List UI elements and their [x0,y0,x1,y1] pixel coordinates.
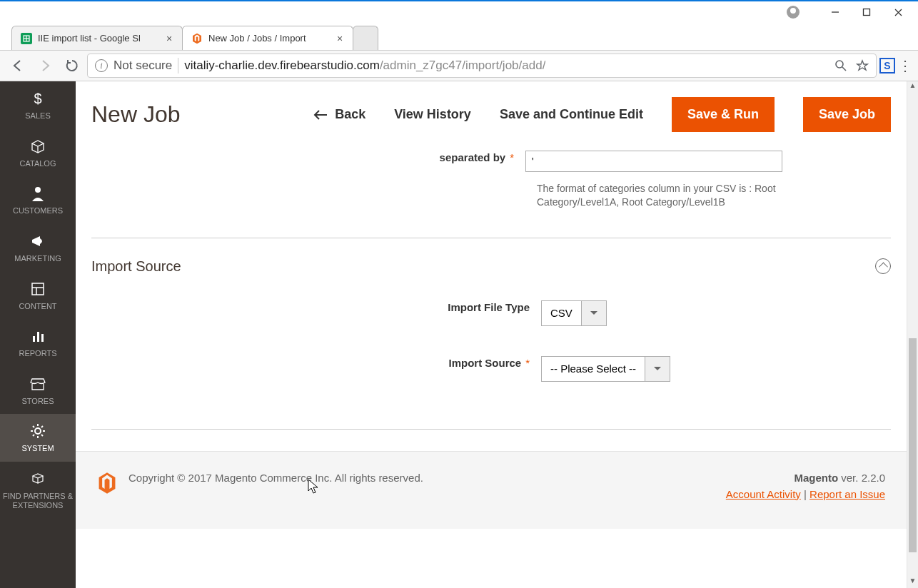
window-maximize-button[interactable] [851,1,882,23]
sidebar-item-partners[interactable]: FIND PARTNERS & EXTENSIONS [0,462,76,518]
report-issue-link[interactable]: Report an Issue [809,488,885,500]
blocks-icon [30,470,46,487]
dollar-icon: $ [34,90,41,107]
scroll-up-arrow-icon[interactable]: ▲ [907,81,918,93]
sidebar-item-reports[interactable]: REPORTS [0,319,76,367]
window-minimize-button[interactable] [819,1,851,23]
view-history-button[interactable]: View History [394,107,471,122]
scroll-down-arrow-icon[interactable]: ▼ [907,577,918,588]
import-source-select[interactable]: -- Please Select -- [541,356,670,382]
sidebar-item-catalog[interactable]: CATALOG [0,129,76,177]
separated-by-input[interactable] [525,151,782,172]
bar-chart-icon [31,328,45,345]
tab-close-button[interactable]: × [334,33,345,44]
browser-address-bar[interactable]: i Not secure vitaliy-charlie.dev.firebea… [87,54,877,78]
section-title: Import Source [91,258,891,275]
save-continue-button[interactable]: Save and Continue Edit [500,107,643,122]
sidebar-item-content[interactable]: CONTENT [0,272,76,320]
browser-menu-button[interactable]: ⋮ [898,57,912,74]
svg-line-25 [33,435,34,436]
chevron-down-icon [581,300,607,326]
svg-point-8 [836,61,843,68]
field-label: Import File Type [91,300,541,315]
browser-new-tab-button[interactable] [353,26,378,50]
gear-icon [30,422,46,440]
sidebar-item-sales[interactable]: $ SALES [0,81,76,129]
svg-rect-14 [33,336,35,342]
security-status: Not secure [114,59,172,73]
field-row-import-source: Import Source* -- Please Select -- [91,352,891,386]
svg-point-10 [35,187,41,193]
field-row-file-type: Import File Type CSV [91,296,891,330]
save-job-button[interactable]: Save Job [803,97,891,132]
scrollbar-thumb[interactable] [909,338,917,552]
chevron-down-icon [645,356,670,382]
field-label: Import Source* [91,356,541,370]
file-type-select[interactable]: CSV [541,300,607,326]
window-titlebar [0,1,918,23]
svg-line-24 [41,426,43,427]
magento-logo-icon [97,472,117,495]
page-title: New Job [91,101,181,128]
profile-avatar-icon[interactable] [787,6,800,19]
field-label: separated by* [76,151,525,165]
magento-icon [191,33,203,44]
section-collapse-toggle[interactable] [875,258,891,274]
arrow-left-icon [313,110,328,120]
browser-tab-strip: IIE import list - Google Sl × New Job / … [0,23,918,50]
sidebar-item-system[interactable]: SYSTEM [0,414,76,462]
vertical-scrollbar[interactable]: ▲ ▼ [907,81,918,588]
tab-close-button[interactable]: × [163,33,175,44]
svg-line-9 [842,67,846,71]
field-row-separated-by: separated by* [76,146,878,176]
layout-icon [31,280,45,298]
browser-forward-button[interactable] [33,54,57,78]
box-icon [30,138,46,155]
svg-point-17 [35,428,41,434]
browser-reload-button[interactable] [60,54,84,78]
browser-toolbar: i Not secure vitaliy-charlie.dev.firebea… [0,50,918,81]
svg-line-23 [41,435,43,436]
back-button[interactable]: Back [313,107,365,122]
svg-rect-15 [37,332,39,342]
sidebar-item-marketing[interactable]: MARKETING [0,224,76,272]
svg-rect-1 [864,9,870,16]
sidebar-item-stores[interactable]: STORES [0,367,76,415]
zoom-icon[interactable] [834,59,847,72]
tab-title: New Job / Jobs / Import [208,33,328,44]
browser-back-button[interactable] [6,54,30,78]
page-header: New Job Back View History Save and Conti… [76,81,907,146]
section-import-source: Import Source Import File Type CSV Impor… [91,238,891,386]
browser-tab-magento[interactable]: New Job / Jobs / Import × [182,26,353,50]
account-activity-link[interactable]: Account Activity [726,488,801,500]
save-run-button[interactable]: Save & Run [672,97,775,132]
browser-tab-google-sheets[interactable]: IIE import list - Google Sl × [11,26,183,50]
bookmark-star-icon[interactable] [856,59,869,72]
store-icon [30,375,46,392]
svg-line-22 [33,426,34,427]
extension-s-icon[interactable]: S [879,58,895,74]
window-close-button[interactable] [882,1,914,23]
sidebar-item-customers[interactable]: CUSTOMERS [0,176,76,224]
main-content: New Job Back View History Save and Conti… [76,81,907,588]
footer-version: ver. 2.2.0 [841,472,885,484]
copyright-text: Copyright © 2017 Magento Commerce Inc. A… [128,472,423,484]
url-text: vitaliy-charlie.dev.firebearstudio.com/a… [184,59,545,73]
section-divider [91,429,891,430]
svg-rect-11 [32,283,44,295]
person-icon [31,185,45,202]
admin-sidebar: $ SALES CATALOG CUSTOMERS MARKETING CONT… [0,81,76,588]
svg-rect-16 [41,334,44,342]
megaphone-icon [30,233,46,250]
site-info-icon[interactable]: i [95,59,108,72]
separator [178,58,178,74]
footer-brand: Magento [794,472,838,484]
google-sheets-icon [21,33,32,44]
page-footer: Copyright © 2017 Magento Commerce Inc. A… [76,451,907,529]
field-note: The format of categories column in your … [537,176,801,209]
tab-title: IIE import list - Google Sl [38,33,158,44]
